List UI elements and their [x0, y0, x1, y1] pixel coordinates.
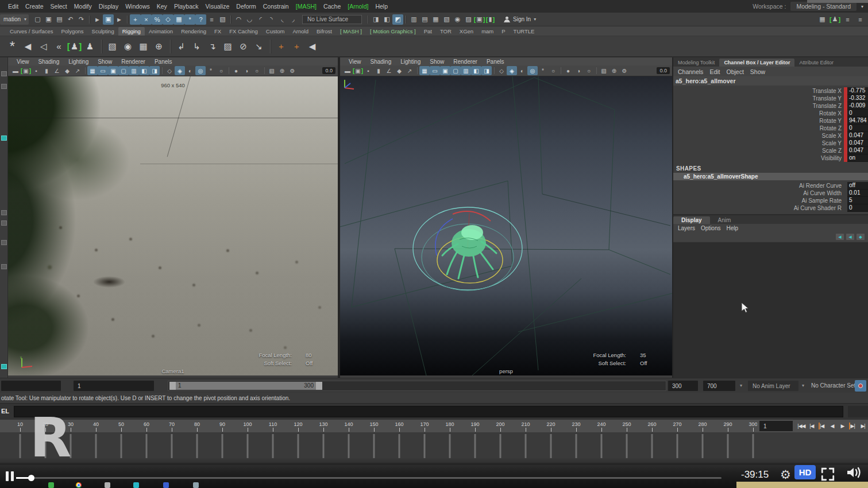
layout-active-icon[interactable] — [1, 135, 7, 141]
safe-title-icon[interactable]: ◨ — [149, 66, 160, 75]
command-result-field[interactable] — [848, 406, 868, 417]
gate-mask-icon[interactable]: ▢ — [118, 66, 129, 75]
snap-help-icon[interactable]: ? — [195, 14, 206, 25]
attr-value-field[interactable]: 0.01 — [847, 189, 868, 197]
channel-row[interactable]: Scale Z 0.047 — [673, 147, 868, 154]
shelf-tab[interactable]: Sculpting — [88, 27, 118, 36]
shape-attr-row[interactable]: Ai Render Curve off — [673, 182, 868, 189]
shelf-tab[interactable]: [ MASH ] — [336, 27, 366, 36]
exposure-value[interactable]: 0.0 — [657, 67, 670, 74]
character-set-selector[interactable]: No Character Set — [811, 382, 855, 389]
object-name-row[interactable]: a5_hero:a5_allmover — [673, 76, 868, 86]
shelf-tab[interactable]: [ Motion Graphics ] — [366, 27, 420, 36]
open-scene-icon[interactable]: ▣ — [43, 14, 54, 25]
shelf-tab[interactable]: Rigging — [118, 27, 145, 36]
grease-pencil-icon[interactable]: ◆ — [394, 66, 404, 75]
shelf-tab[interactable]: Arnold — [289, 27, 313, 36]
attr-value-field[interactable]: 5 — [847, 197, 868, 204]
layer-editor-tab[interactable]: Anim — [710, 216, 739, 224]
view-cube-icon[interactable]: ▬ — [10, 66, 21, 75]
channel-value-field[interactable]: 94.784 — [847, 117, 868, 125]
curve-snap-c-icon[interactable]: ◟ — [277, 14, 288, 25]
taskbar-app-icon[interactable] — [133, 482, 139, 488]
channel-box-tab[interactable]: Modeling Toolkit — [673, 59, 719, 67]
menu-item[interactable]: Key — [153, 3, 171, 10]
gamma-icon[interactable]: ▧ — [599, 66, 609, 75]
layer-editor-menu-item[interactable]: Layers — [677, 225, 700, 231]
viewport-icon[interactable] — [594, 66, 599, 75]
insert-joint-icon[interactable]: « — [51, 38, 67, 55]
auto-keyframe-toggle[interactable] — [855, 380, 866, 392]
shape-attr-row[interactable]: Ai Curve Shader R 0 — [673, 204, 868, 212]
shelf-icon[interactable] — [98, 38, 105, 55]
settings-gear-icon[interactable]: ⚙ — [780, 468, 791, 482]
film-gate-icon[interactable]: ▭ — [98, 66, 108, 75]
layout-graph-icon[interactable] — [1, 240, 7, 245]
layout-single-icon[interactable] — [1, 71, 7, 76]
viewport-icon[interactable] — [226, 66, 231, 75]
ik-spline-handle-icon[interactable]: ◁ — [36, 38, 51, 55]
exposure-icon[interactable]: ○ — [252, 66, 262, 75]
snapshot-icon[interactable]: ⊕ — [609, 66, 619, 75]
pan-zoom-icon[interactable]: ∠ — [384, 66, 394, 75]
layer-editor-tab[interactable]: Display — [673, 216, 710, 224]
shelf-icon[interactable] — [167, 38, 173, 55]
snap-curve-icon[interactable]: × — [141, 14, 152, 25]
status-icon[interactable] — [228, 14, 233, 25]
camera-lock-icon[interactable]: ▣ — [353, 66, 363, 75]
joint-tool-icon[interactable]: * — [5, 38, 20, 55]
ik-fk-blend-icon[interactable]: ◀ — [304, 38, 320, 55]
channel-box-menu-item[interactable]: Edit — [709, 68, 725, 75]
use-all-lights-icon[interactable]: ◎ — [195, 66, 206, 75]
grease-pencil-icon[interactable]: ◆ — [62, 66, 72, 75]
highlight-affected-icon[interactable]: ▧ — [217, 14, 228, 25]
safe-action-icon[interactable]: ◧ — [471, 66, 481, 75]
hd-quality-badge[interactable]: HD — [794, 465, 816, 479]
playback-end-field[interactable]: 300 — [668, 381, 698, 391]
channel-value-field[interactable]: on — [847, 154, 868, 162]
viewport-icon[interactable] — [492, 66, 496, 75]
play-backwards-button[interactable]: ◀ — [827, 420, 838, 432]
channel-box-menu-item[interactable]: Show — [750, 68, 770, 75]
viewport-camera1[interactable]: ViewShadingLightingShowRendererPanels ▬▣… — [8, 57, 338, 378]
gamma-icon[interactable]: ▧ — [267, 66, 277, 75]
menu-item[interactable]: Cache — [320, 3, 344, 10]
shelf-tab[interactable]: Animation — [145, 27, 177, 36]
exposure-icon[interactable]: ○ — [584, 66, 594, 75]
construction-history-icon[interactable]: ◨ — [371, 14, 381, 25]
render-frame-icon[interactable]: ▥ — [408, 14, 419, 25]
wireframe-mode-icon[interactable]: ◇ — [164, 66, 175, 75]
viewport-menu-item[interactable]: View — [345, 59, 365, 65]
paint-skin-weights-icon[interactable]: ◉ — [120, 38, 136, 55]
quick-rig-icon[interactable]: ♟ — [82, 38, 98, 55]
render-sequence-icon[interactable]: ▤ — [419, 14, 430, 25]
shelf-tab[interactable]: Bifrost — [313, 27, 336, 36]
shelf-tab[interactable]: FX — [210, 27, 225, 36]
render-settings-icon[interactable]: ▧ — [441, 14, 452, 25]
playback-range[interactable]: 1 300 — [169, 382, 322, 390]
range-end-handle[interactable] — [316, 382, 322, 390]
save-scene-icon[interactable]: ▤ — [54, 14, 65, 25]
orient-constraint-icon[interactable]: ↴ — [205, 38, 220, 55]
taskbar-app-icon[interactable] — [105, 482, 110, 488]
undo-icon[interactable]: ↶ — [65, 14, 76, 25]
channel-row[interactable]: Translate Z -0.009 — [673, 102, 868, 110]
wireframe-mode-icon[interactable]: ◇ — [496, 66, 507, 75]
timeline-header[interactable]: 1020304050607080901001101201301401501601… — [0, 420, 868, 432]
menu-item[interactable]: Visualize — [202, 3, 233, 10]
evaluation-icon[interactable]: ◩ — [392, 14, 403, 25]
aim-constraint-icon[interactable]: ⊘ — [236, 38, 251, 55]
channel-row[interactable]: Scale X 0.047 — [673, 132, 868, 140]
character-controls-icon[interactable]: ♟ — [830, 14, 840, 25]
isolate-select-icon[interactable]: ● — [231, 66, 241, 75]
curve-snap-a-icon[interactable]: ◜ — [255, 14, 266, 25]
channel-row[interactable]: Rotate X 0 — [673, 110, 868, 117]
range-slider[interactable]: 1 300 — [168, 381, 666, 391]
chevron-down-icon[interactable]: ▾ — [802, 383, 804, 388]
camera-lock-icon[interactable]: ▣ — [21, 66, 31, 75]
curve-snap-d-icon[interactable]: ◞ — [288, 14, 299, 25]
textured-mode-icon[interactable]: ◐ — [517, 66, 527, 75]
skeleton-tool-icon[interactable]: ♟ — [67, 38, 82, 55]
shelf-tab[interactable]: TOR — [436, 27, 456, 36]
go-to-start-button[interactable]: |◀◀ — [796, 420, 807, 432]
